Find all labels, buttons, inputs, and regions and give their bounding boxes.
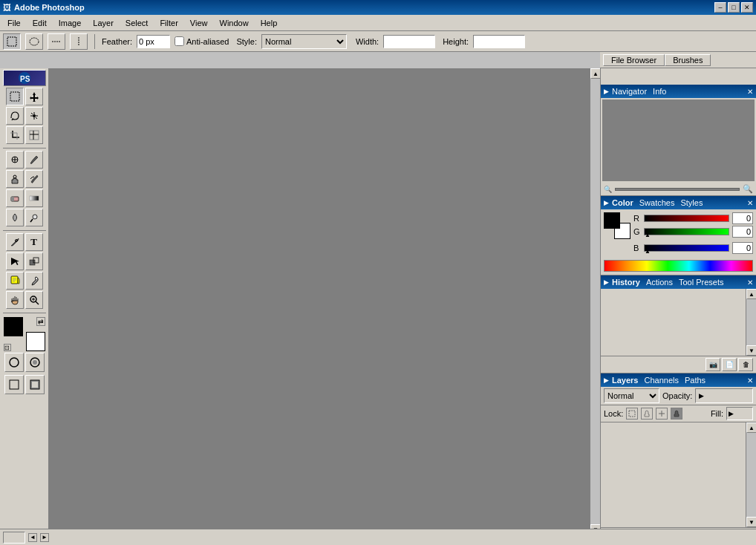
b-slider[interactable]: ▲ [644,244,729,252]
lock-image-btn[interactable] [641,408,653,420]
tool-clone-stamp[interactable] [6,170,24,188]
fill-control[interactable]: ▶ [726,407,753,420]
screen-mode-full[interactable] [25,375,45,394]
menu-edit[interactable]: Edit [27,17,53,29]
quick-mask-btn[interactable] [25,353,45,372]
history-panel-expand[interactable]: ▶ [604,278,609,286]
tool-hand[interactable] [6,291,24,309]
standard-mode-btn[interactable] [4,353,24,372]
new-document-btn[interactable]: 📄 [722,358,737,371]
tool-crop[interactable] [6,126,24,144]
marquee-btn4[interactable] [70,33,88,50]
width-input[interactable] [383,35,435,48]
b-value-input[interactable] [732,242,753,254]
tool-lasso[interactable] [6,107,24,125]
nav-zoom-slider[interactable] [615,188,740,191]
color-tab-label[interactable]: Color [612,198,633,207]
close-button[interactable]: ✕ [741,2,753,13]
tool-healing-brush[interactable] [6,151,24,169]
status-nav-next[interactable]: ► [40,533,49,542]
paths-tab-label[interactable]: Paths [685,376,706,385]
tool-gradient[interactable] [25,189,43,207]
layers-scrollbar[interactable]: ▲ ▼ [746,422,756,527]
tool-marquee[interactable] [6,88,24,105]
tool-history-brush[interactable] [25,170,43,188]
tool-eyedropper[interactable] [25,272,43,290]
layers-tab-label[interactable]: Layers [612,376,638,385]
canvas-scroll-vertical[interactable]: ▲ ▼ [590,68,600,535]
tool-zoom[interactable] [25,291,43,309]
history-tab-label[interactable]: History [612,278,640,287]
menu-image[interactable]: Image [53,17,88,29]
lock-position-btn[interactable] [656,408,668,420]
color-panel-expand[interactable]: ▶ [604,199,609,206]
nav-zoom-out[interactable]: 🔍 [604,186,612,193]
history-scrollbar[interactable]: ▲ ▼ [746,289,756,356]
menu-select[interactable]: Select [120,17,154,29]
tool-brush[interactable] [25,151,43,169]
scroll-v-track[interactable] [590,79,600,524]
lock-transparent-btn[interactable] [626,408,638,420]
navigator-panel-close[interactable]: ✕ [747,88,753,96]
tool-text[interactable]: T [25,233,43,251]
scroll-up-btn[interactable]: ▲ [590,68,600,79]
r-value-input[interactable] [732,212,753,224]
color-spectrum[interactable] [604,260,753,272]
tool-move[interactable] [25,88,43,105]
history-panel-close[interactable]: ✕ [747,278,753,287]
menu-file[interactable]: File [1,17,27,29]
tool-path-selection[interactable] [6,252,24,270]
status-doc-select[interactable] [3,532,25,544]
tool-eraser[interactable] [6,189,24,207]
info-tab-label[interactable]: Info [653,87,666,96]
swatches-tab-label[interactable]: Swatches [639,198,675,207]
tool-slice[interactable] [25,126,43,144]
screen-mode-normal[interactable] [4,375,24,394]
color-panel-close[interactable]: ✕ [747,199,753,207]
menu-filter[interactable]: Filter [154,17,183,29]
status-nav-prev[interactable]: ◄ [28,533,37,542]
delete-state-btn[interactable]: 🗑 [738,358,753,371]
menu-layer[interactable]: Layer [87,17,120,29]
menu-view[interactable]: View [184,17,214,29]
history-scroll-track[interactable] [746,299,756,345]
marquee-btn2[interactable] [25,33,43,50]
r-slider[interactable] [644,215,729,222]
foreground-color-box[interactable] [4,317,23,336]
height-input[interactable] [473,35,525,48]
brushes-button[interactable]: Brushes [665,54,711,66]
opacity-control[interactable]: ▶ [695,388,753,403]
swap-colors-btn[interactable]: ⇄ [36,317,45,326]
g-value-input[interactable] [732,226,753,238]
layers-scroll-track[interactable] [746,433,756,517]
layers-scroll-down[interactable]: ▼ [746,517,756,527]
new-snapshot-btn[interactable]: 📷 [706,358,720,371]
layers-panel-close[interactable]: ✕ [747,376,753,385]
history-scroll-up[interactable]: ▲ [746,289,756,299]
actions-tab-label[interactable]: Actions [646,278,673,287]
color-fg-swatch[interactable] [604,212,620,229]
g-slider[interactable]: ▲ [644,228,729,235]
lock-all-btn[interactable] [671,408,682,420]
rectangular-marquee-options-btn[interactable] [3,33,21,50]
tool-shape[interactable] [25,252,43,270]
default-colors-btn[interactable]: ⊡ [4,344,11,351]
nav-zoom-in[interactable]: 🔍 [743,184,753,194]
layers-blend-select[interactable]: Normal Dissolve Multiply Screen Overlay [604,388,659,403]
marquee-btn3[interactable] [48,33,65,50]
layers-panel-expand[interactable]: ▶ [604,376,609,384]
tool-blur[interactable] [6,209,24,226]
feather-input[interactable] [137,35,170,48]
minimize-button[interactable]: – [714,2,726,13]
tool-magic-wand[interactable] [25,107,43,125]
styles-tab-label[interactable]: Styles [680,198,703,207]
tool-presets-tab-label[interactable]: Tool Presets [679,278,724,287]
menu-window[interactable]: Window [214,17,255,29]
tool-notes[interactable] [6,272,24,290]
history-scroll-down[interactable]: ▼ [746,345,756,356]
menu-help[interactable]: Help [255,17,284,29]
anti-aliased-checkbox[interactable] [175,36,184,46]
navigator-panel-expand[interactable]: ▶ [604,88,609,95]
file-browser-button[interactable]: File Browser [603,54,665,66]
background-color-box[interactable] [26,332,45,351]
